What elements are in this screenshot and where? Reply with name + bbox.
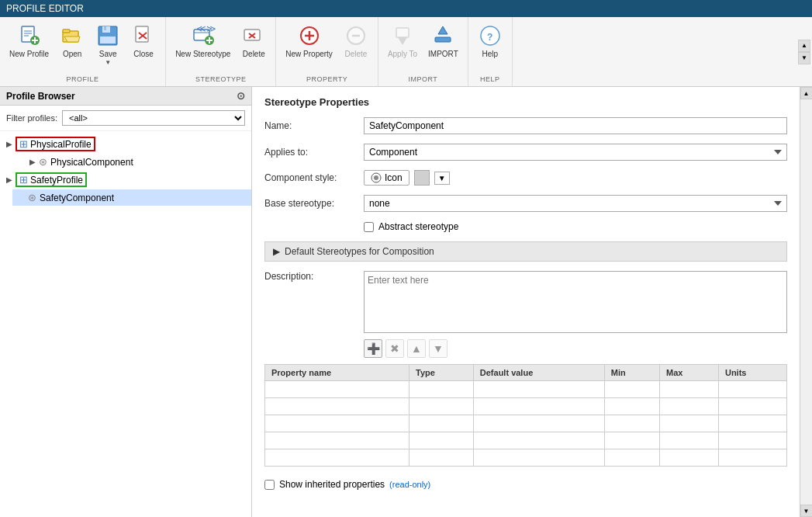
property-group-label: PROPERTY bbox=[306, 75, 347, 85]
col-property-name: Property name bbox=[265, 365, 409, 381]
description-textarea[interactable] bbox=[364, 271, 787, 333]
new-stereotype-label: New Stereotype bbox=[175, 50, 230, 59]
remove-row-button[interactable]: ✖ bbox=[385, 339, 404, 358]
physical-component-expand[interactable]: ▶ bbox=[28, 158, 37, 167]
physical-profile-icon: ⊞ bbox=[19, 138, 28, 150]
new-property-icon bbox=[297, 23, 322, 48]
new-stereotype-icon: ≪≫ bbox=[191, 23, 216, 48]
component-style-label: Component style: bbox=[264, 172, 358, 183]
abstract-label: Abstract stereotype bbox=[378, 221, 458, 232]
name-input[interactable] bbox=[364, 117, 787, 134]
tree-item-physical-component[interactable]: ▶ ⊛ PhysicalComponent bbox=[12, 154, 251, 170]
physical-profile-toggle[interactable]: ▶ bbox=[5, 140, 14, 149]
add-row-button[interactable]: ➕ bbox=[364, 339, 382, 358]
safety-component-icon: ⊛ bbox=[28, 192, 36, 203]
svg-rect-32 bbox=[435, 37, 451, 42]
name-label: Name: bbox=[264, 120, 358, 131]
stereotype-buttons: ≪≫ New Stereotype Delete bbox=[171, 20, 271, 75]
abstract-row: Abstract stereotype bbox=[364, 221, 787, 232]
ribbon: New Profile Open bbox=[0, 17, 812, 87]
physical-component-toggle bbox=[17, 158, 26, 167]
new-stereotype-button[interactable]: ≪≫ New Stereotype bbox=[171, 20, 235, 62]
icon-btn-icon bbox=[371, 172, 382, 183]
ribbon-group-property: New Property Delete PROPERTY bbox=[276, 17, 378, 86]
save-button[interactable]: Save bbox=[91, 20, 125, 62]
help-icon: ? bbox=[478, 23, 503, 48]
svg-marker-31 bbox=[398, 37, 407, 45]
import-buttons: Apply To IMPORT bbox=[383, 20, 463, 75]
move-down-button[interactable]: ▼ bbox=[429, 339, 447, 358]
close-label: Close bbox=[133, 50, 154, 59]
table-header-row: Property name Type Default value Min Max… bbox=[265, 365, 787, 381]
ribbon-scroll-down[interactable]: ▼ bbox=[798, 52, 810, 64]
ribbon-group-import: Apply To IMPORT IMPORT bbox=[378, 17, 468, 86]
safety-component-label: SafetyComponent bbox=[40, 193, 114, 203]
tree-item-physical-profile[interactable]: ▶ ⊞ PhysicalProfile bbox=[0, 134, 251, 154]
safety-profile-toggle[interactable]: ▶ bbox=[5, 175, 14, 185]
apply-to-icon bbox=[390, 23, 415, 48]
tree-item-safety-profile[interactable]: ▶ ⊞ SafetyProfile bbox=[0, 170, 251, 189]
svg-marker-33 bbox=[438, 26, 447, 34]
import-label: IMPORT bbox=[428, 50, 458, 59]
collapsible-composition[interactable]: ▶ Default Stereotypes for Composition bbox=[264, 241, 787, 262]
icon-button[interactable]: Icon bbox=[364, 170, 409, 186]
tree-area: ▶ ⊞ PhysicalProfile ▶ ⊛ PhysicalComponen… bbox=[0, 131, 251, 517]
move-up-button[interactable]: ▲ bbox=[407, 339, 426, 358]
close-button[interactable]: Close bbox=[126, 20, 161, 62]
ribbon-group-stereotype: ≪≫ New Stereotype Delete bbox=[166, 17, 276, 86]
abstract-checkbox[interactable] bbox=[364, 222, 374, 232]
import-icon bbox=[430, 23, 455, 48]
main-content: Profile Browser ⊙ Filter profiles: <all>… bbox=[0, 87, 812, 517]
profile-group-label: PROFILE bbox=[67, 75, 99, 85]
delete-stereotype-icon bbox=[241, 23, 266, 48]
color-dropdown-btn[interactable]: ▼ bbox=[434, 172, 450, 185]
open-button[interactable]: Open bbox=[55, 20, 89, 62]
apply-to-label: Apply To bbox=[388, 50, 417, 59]
filter-select[interactable]: <all> PhysicalProfile SafetyProfile bbox=[62, 110, 245, 126]
physical-component-icon: ⊛ bbox=[39, 156, 47, 168]
ribbon-group-profile: New Profile Open bbox=[0, 17, 166, 86]
table-row-empty-1 bbox=[265, 381, 787, 398]
svg-rect-11 bbox=[104, 26, 106, 30]
delete-property-button[interactable]: Delete bbox=[339, 20, 373, 62]
ribbon-scroll-up[interactable]: ▲ bbox=[798, 40, 810, 52]
scroll-up-arrow[interactable]: ▲ bbox=[800, 87, 813, 99]
col-units: Units bbox=[718, 365, 786, 381]
help-buttons: ? Help bbox=[473, 20, 507, 75]
applies-to-label: Applies to: bbox=[264, 147, 358, 158]
new-profile-button[interactable]: New Profile bbox=[5, 20, 54, 62]
table-row-empty-5 bbox=[265, 449, 787, 467]
safety-component-toggle bbox=[17, 193, 26, 203]
left-panel: Profile Browser ⊙ Filter profiles: <all>… bbox=[0, 87, 252, 517]
import-button[interactable]: IMPORT bbox=[423, 20, 463, 62]
tree-item-safety-component[interactable]: ⊛ SafetyComponent bbox=[12, 189, 251, 206]
applies-to-select[interactable]: Component Class Interface Package bbox=[364, 144, 787, 161]
color-swatch[interactable] bbox=[414, 170, 430, 186]
scroll-down-arrow[interactable]: ▼ bbox=[800, 505, 813, 517]
stereotype-group-label: STEREOTYPE bbox=[195, 75, 247, 85]
apply-to-button[interactable]: Apply To bbox=[383, 20, 422, 62]
svg-rect-8 bbox=[63, 29, 70, 33]
safety-profile-label-box: ⊞ SafetyProfile bbox=[16, 172, 87, 187]
new-profile-icon bbox=[17, 23, 42, 48]
help-button[interactable]: ? Help bbox=[473, 20, 507, 62]
delete-stereotype-button[interactable]: Delete bbox=[237, 20, 271, 62]
right-panel: Stereotype Properties Name: Applies to: … bbox=[252, 87, 800, 517]
close-icon bbox=[131, 23, 156, 48]
open-label: Open bbox=[63, 50, 81, 59]
property-buttons: New Property Delete bbox=[281, 20, 373, 75]
name-row: Name: bbox=[264, 117, 787, 134]
base-stereotype-select[interactable]: none bbox=[364, 195, 787, 212]
inherited-link[interactable]: (read-only) bbox=[389, 480, 430, 489]
delete-stereotype-label: Delete bbox=[243, 50, 265, 59]
safety-profile-label: SafetyProfile bbox=[30, 175, 83, 186]
new-property-button[interactable]: New Property bbox=[281, 20, 337, 62]
base-stereotype-label: Base stereotype: bbox=[264, 198, 358, 209]
panel-collapse-icon[interactable]: ⊙ bbox=[237, 90, 245, 102]
filter-row: Filter profiles: <all> PhysicalProfile S… bbox=[0, 106, 251, 131]
table-body bbox=[265, 381, 787, 467]
col-default-value: Default value bbox=[473, 365, 604, 381]
icon-button-label: Icon bbox=[385, 172, 403, 183]
save-split-arrow[interactable]: ▼ bbox=[105, 59, 111, 66]
inherited-checkbox[interactable] bbox=[264, 480, 275, 490]
